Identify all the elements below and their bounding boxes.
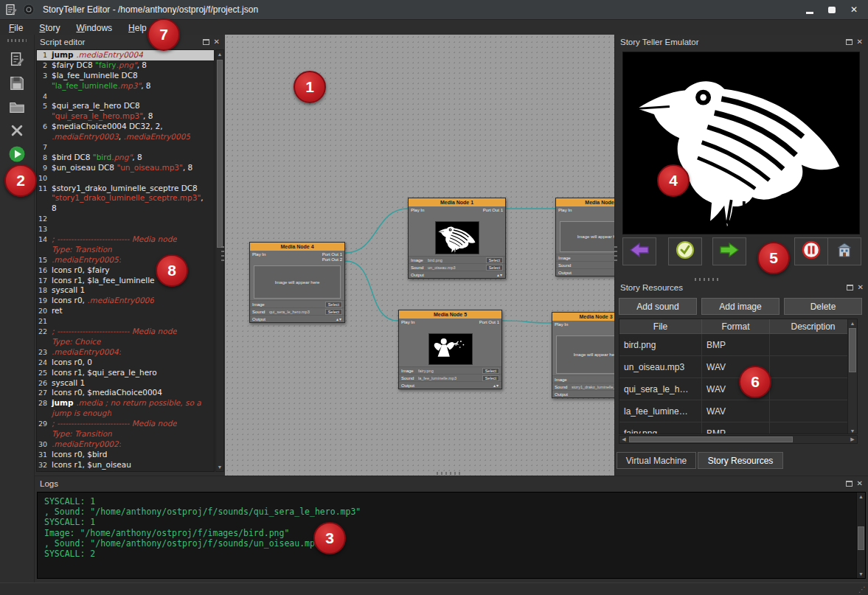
close-dock-icon[interactable]: ✕ xyxy=(858,284,864,291)
spinner-icon[interactable]: ▴▾ xyxy=(336,316,342,321)
scrollbar-thumb[interactable] xyxy=(858,526,864,550)
menu-windows[interactable]: Windows xyxy=(76,23,112,33)
port-out-label[interactable]: Port Out 1 xyxy=(322,252,342,257)
table-scrollbar[interactable]: ▲ ▼ xyxy=(847,319,857,434)
next-button[interactable] xyxy=(712,237,746,265)
port-out-label[interactable]: Port Out 1 xyxy=(483,208,503,212)
media-node[interactable]: Media Node 4Play InPort Out 1Port Out 2I… xyxy=(249,242,345,323)
splitter-handle[interactable] xyxy=(437,472,462,475)
select-button[interactable]: Select xyxy=(486,265,503,271)
menu-file[interactable]: File xyxy=(9,23,23,33)
close-button[interactable]: ✕ xyxy=(844,3,864,17)
port-in-label[interactable]: Play In xyxy=(411,208,424,212)
node-thumbnail: Image will appear here xyxy=(560,221,614,252)
delete-button[interactable]: Delete xyxy=(784,298,862,315)
resources-table[interactable]: FileFormatDescription bird.pngBMPun_oise… xyxy=(619,319,858,434)
scroll-up-icon[interactable]: ▲ xyxy=(857,493,865,501)
scroll-down-icon[interactable]: ▼ xyxy=(216,463,223,471)
splitter-handle[interactable] xyxy=(221,246,224,262)
select-button[interactable]: Select xyxy=(482,368,499,374)
home-button[interactable] xyxy=(827,237,861,265)
table-row[interactable]: qui_sera_le_h…WAV xyxy=(619,378,857,400)
resources-titlebar[interactable]: Story Resources ✕ xyxy=(615,280,868,294)
storyteller-logo-icon xyxy=(22,3,35,16)
port-out-label[interactable]: Port Out 1 xyxy=(479,320,499,324)
run-button[interactable] xyxy=(5,144,29,164)
code-line: .mediaEntry0003, .mediaEntry0005 xyxy=(37,132,214,142)
scrollbar-thumb[interactable] xyxy=(217,60,223,248)
node-out-ports: Port Out 1 xyxy=(479,320,499,324)
port-in-label[interactable]: Play In xyxy=(401,320,414,324)
resize-grip[interactable]: ⋰ xyxy=(858,585,866,594)
tab-story-resources[interactable]: Story Resources xyxy=(698,452,783,469)
spinner-icon[interactable]: ▴▾ xyxy=(497,272,503,277)
menu-help[interactable]: Help xyxy=(128,23,147,33)
close-dock-icon[interactable]: ✕ xyxy=(214,38,220,46)
table-row[interactable]: un_oiseau.mp3WAV xyxy=(619,356,857,378)
code-editor[interactable]: 1jump .mediaEntry00042$fairy DC8 "fairy.… xyxy=(36,49,215,472)
code-text: Type: Transition xyxy=(49,429,112,439)
float-dock-icon[interactable] xyxy=(846,39,853,45)
column-header[interactable]: Format xyxy=(702,319,770,333)
minimize-button[interactable] xyxy=(800,3,819,17)
scrollbar-thumb[interactable] xyxy=(629,436,793,442)
scrollbar-thumb[interactable] xyxy=(849,328,856,372)
port-in-label[interactable]: Play In xyxy=(252,252,265,257)
table-row[interactable]: la_fee_lumine…WAV xyxy=(619,400,857,422)
close-project-button[interactable] xyxy=(5,120,29,141)
spinner-icon[interactable]: ▴▾ xyxy=(493,383,499,388)
maximize-button[interactable] xyxy=(822,3,841,17)
logs-titlebar[interactable]: Logs ✕ xyxy=(35,476,868,490)
add-sound-button[interactable]: Add sound xyxy=(619,298,697,315)
node-ports: Play In xyxy=(556,206,614,220)
float-dock-icon[interactable] xyxy=(847,285,853,290)
toolbar-handle[interactable] xyxy=(7,39,27,42)
close-dock-icon[interactable]: ✕ xyxy=(857,480,863,487)
title-bar[interactable]: StoryTeller Editor - /home/anthony/ostpr… xyxy=(0,0,868,20)
scroll-left-icon[interactable]: ◀ xyxy=(619,436,628,443)
node-ports: Play InPort Out 1Port Out 2 xyxy=(250,251,344,265)
scroll-down-icon[interactable]: ▼ xyxy=(857,570,865,578)
media-node[interactable]: Media Node 3Play InImage will appear her… xyxy=(552,312,614,398)
script-editor-titlebar[interactable]: Script editor ✕ xyxy=(35,35,225,49)
table-row[interactable]: bird.pngBMP xyxy=(619,334,857,356)
port-in-label[interactable]: Play In xyxy=(555,322,568,327)
select-button[interactable]: Select xyxy=(482,375,499,381)
property-label: Image xyxy=(411,258,426,262)
code-text: ; -------------------------- Media node xyxy=(49,327,177,337)
select-button[interactable]: Select xyxy=(325,302,342,307)
emulator-titlebar[interactable]: Story Teller Emulator ✕ xyxy=(615,35,868,49)
table-hscrollbar[interactable]: ◀ ▶ xyxy=(619,435,858,444)
save-button[interactable] xyxy=(5,73,29,94)
new-script-button[interactable] xyxy=(5,49,29,70)
emulator-screen xyxy=(622,52,860,234)
logs-output[interactable]: SYSCALL: 1, Sound: "/home/anthony/ostpro… xyxy=(37,492,866,579)
media-node[interactable]: Media Node 1Play InPort Out 1Imagebird.p… xyxy=(408,198,506,279)
column-header[interactable]: Description xyxy=(770,319,857,333)
scroll-up-icon[interactable]: ▲ xyxy=(848,319,857,327)
story-node-canvas[interactable]: Media Node 4Play InPort Out 1Port Out 2I… xyxy=(225,35,614,476)
media-node[interactable]: Media NodePlay InImage will appear hereI… xyxy=(555,198,614,276)
menu-story[interactable]: Story xyxy=(39,23,60,33)
scroll-right-icon[interactable]: ▶ xyxy=(848,436,857,443)
pause-button[interactable] xyxy=(794,237,828,265)
select-button[interactable]: Select xyxy=(325,309,342,315)
media-node[interactable]: Media Node 5Play InPort Out 1Imagefairy.… xyxy=(398,310,502,389)
add-image-button[interactable]: Add image xyxy=(701,298,780,315)
previous-button[interactable] xyxy=(622,237,656,265)
scroll-down-icon[interactable]: ▼ xyxy=(848,427,857,434)
logs-scrollbar[interactable]: ▲ ▼ xyxy=(856,493,865,578)
tab-virtual-machine[interactable]: Virtual Machine xyxy=(617,452,696,469)
close-dock-icon[interactable]: ✕ xyxy=(857,38,863,46)
port-out-label[interactable]: Port Out 2 xyxy=(322,257,342,262)
select-button[interactable]: Select xyxy=(486,257,503,263)
scroll-up-icon[interactable]: ▲ xyxy=(216,50,223,58)
column-header[interactable]: File xyxy=(619,319,702,333)
port-in-label[interactable]: Play In xyxy=(558,208,572,212)
open-button[interactable] xyxy=(5,97,29,117)
float-dock-icon[interactable] xyxy=(203,39,209,45)
float-dock-icon[interactable] xyxy=(846,481,853,487)
splitter-handle[interactable] xyxy=(614,246,617,262)
table-row[interactable]: fairy.pngBMP xyxy=(619,422,857,434)
ok-button[interactable] xyxy=(668,237,702,265)
